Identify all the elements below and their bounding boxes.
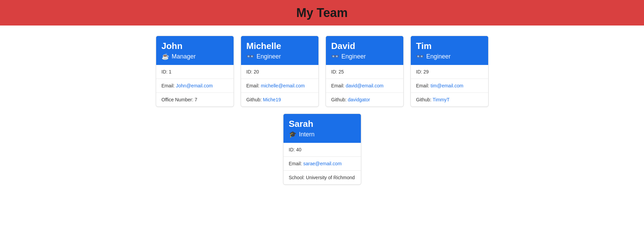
- main-content: John☕ManagerID: 1Email: John@email.comOf…: [0, 26, 644, 195]
- card-body-john: ID: 1Email: John@email.comOffice Number:…: [156, 65, 234, 106]
- card-name-sarah: Sarah: [289, 119, 355, 129]
- field-email-tim: Email: tim@email.com: [411, 79, 488, 93]
- card-tim: Tim👓EngineerID: 29Email: tim@email.comGi…: [410, 36, 489, 107]
- role-label-david: Engineer: [342, 53, 366, 60]
- field-email-sarah: Email: sarae@email.com: [283, 157, 361, 171]
- field-id-john: ID: 1: [156, 65, 234, 79]
- card-name-michelle: Michelle: [246, 41, 313, 51]
- field-github-michelle: Github: Miche19: [241, 93, 318, 106]
- role-label-john: Manager: [172, 53, 196, 60]
- link-github-michelle[interactable]: Miche19: [263, 97, 281, 102]
- card-header-david: David👓Engineer: [326, 36, 403, 65]
- card-header-sarah: Sarah🎓Intern: [283, 114, 361, 143]
- field-email-michelle: Email: michelle@email.com: [241, 79, 318, 93]
- link-email-sarah[interactable]: sarae@email.com: [303, 161, 342, 166]
- page-title: My Team: [296, 6, 348, 20]
- field-id-sarah: ID: 40: [283, 143, 361, 157]
- card-sarah: Sarah🎓InternID: 40Email: sarae@email.com…: [283, 114, 361, 185]
- engineer-icon: 👓: [331, 53, 339, 60]
- field-school-sarah: School: University of Richmond: [283, 171, 361, 184]
- card-header-john: John☕Manager: [156, 36, 234, 65]
- field-id-tim: ID: 29: [411, 65, 488, 79]
- card-name-john: John: [162, 41, 228, 51]
- link-github-david[interactable]: davidgator: [348, 97, 370, 102]
- field-email-john: Email: John@email.com: [156, 79, 234, 93]
- link-github-tim[interactable]: TimmyT: [433, 97, 449, 102]
- team-row-2: Sarah🎓InternID: 40Email: sarae@email.com…: [95, 114, 549, 185]
- engineer-icon: 👓: [416, 53, 424, 60]
- card-header-tim: Tim👓Engineer: [411, 36, 488, 65]
- field-id-david: ID: 25: [326, 65, 403, 79]
- card-role-david: 👓Engineer: [331, 53, 398, 60]
- role-label-michelle: Engineer: [257, 53, 281, 60]
- team-row-1: John☕ManagerID: 1Email: John@email.comOf…: [95, 36, 549, 107]
- card-name-david: David: [331, 41, 398, 51]
- card-name-tim: Tim: [416, 41, 483, 51]
- card-role-tim: 👓Engineer: [416, 53, 483, 60]
- card-body-david: ID: 25Email: david@email.comGithub: davi…: [326, 65, 403, 106]
- card-michelle: Michelle👓EngineerID: 20Email: michelle@e…: [241, 36, 319, 107]
- card-role-michelle: 👓Engineer: [246, 53, 313, 60]
- card-role-john: ☕Manager: [162, 53, 228, 60]
- intern-icon: 🎓: [289, 131, 296, 138]
- link-email-david[interactable]: david@email.com: [346, 83, 383, 88]
- manager-icon: ☕: [162, 53, 169, 60]
- card-david: David👓EngineerID: 25Email: david@email.c…: [326, 36, 404, 107]
- link-email-tim[interactable]: tim@email.com: [430, 83, 463, 88]
- card-role-sarah: 🎓Intern: [289, 131, 355, 138]
- card-body-michelle: ID: 20Email: michelle@email.comGithub: M…: [241, 65, 318, 106]
- field-office-number-john: Office Number: 7: [156, 93, 234, 106]
- card-body-tim: ID: 29Email: tim@email.comGithub: TimmyT: [411, 65, 488, 106]
- link-email-michelle[interactable]: michelle@email.com: [261, 83, 305, 88]
- card-body-sarah: ID: 40Email: sarae@email.comSchool: Univ…: [283, 143, 361, 184]
- card-header-michelle: Michelle👓Engineer: [241, 36, 318, 65]
- role-label-tim: Engineer: [426, 53, 451, 60]
- link-email-john[interactable]: John@email.com: [176, 83, 213, 88]
- page-header: My Team: [0, 0, 644, 26]
- card-john: John☕ManagerID: 1Email: John@email.comOf…: [156, 36, 234, 107]
- engineer-icon: 👓: [246, 53, 254, 60]
- field-github-david: Github: davidgator: [326, 93, 403, 106]
- field-id-michelle: ID: 20: [241, 65, 318, 79]
- field-github-tim: Github: TimmyT: [411, 93, 488, 106]
- role-label-sarah: Intern: [299, 131, 315, 138]
- field-email-david: Email: david@email.com: [326, 79, 403, 93]
